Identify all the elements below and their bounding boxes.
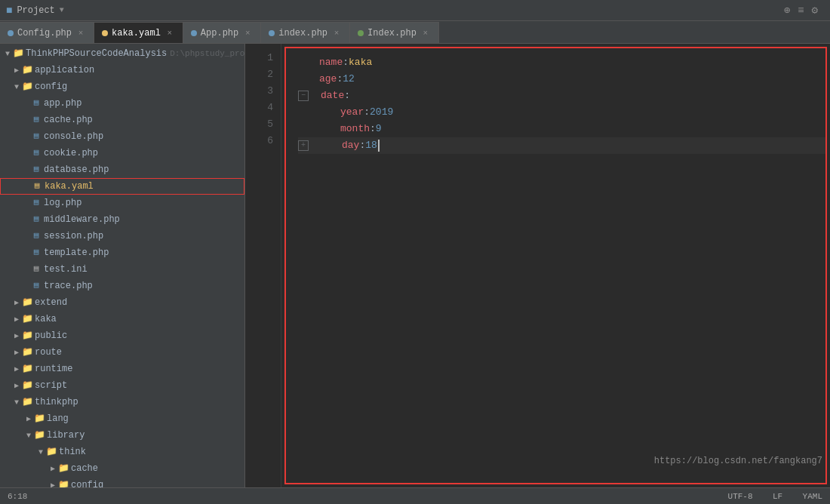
script-folder-icon: 📁 bbox=[21, 380, 33, 392]
status-encoding: UTF-8 bbox=[728, 492, 753, 501]
sidebar-label-middleware-php: middleware.php bbox=[44, 214, 120, 225]
toolbar-icon-2[interactable]: ≡ bbox=[798, 5, 804, 17]
root-folder-icon: 📁 bbox=[12, 48, 24, 60]
sidebar-item-route[interactable]: ▶ 📁 route bbox=[0, 344, 244, 361]
tab-bar: Config.php × kaka.yaml × App.php × index… bbox=[0, 21, 830, 44]
sidebar-item-application[interactable]: ▶ 📁 application bbox=[0, 62, 244, 78]
line-num-6: 6 bbox=[245, 133, 281, 149]
yaml-val-12: 12 bbox=[343, 71, 355, 88]
line-num-3: 3 bbox=[245, 83, 281, 100]
project-icon: ■ bbox=[6, 5, 12, 17]
lang-folder-icon: 📁 bbox=[33, 413, 45, 425]
sidebar-item-database-php[interactable]: ▤ database.php bbox=[0, 161, 244, 178]
line-num-4: 4 bbox=[245, 100, 281, 116]
sidebar-item-public[interactable]: ▶ 📁 public bbox=[0, 327, 244, 344]
sidebar-item-config-sub[interactable]: ▶ 📁 config bbox=[0, 477, 244, 487]
title-bar-dropdown-icon[interactable]: ▼ bbox=[60, 6, 64, 14]
sidebar-item-cookie-php[interactable]: ▤ cookie.php bbox=[0, 145, 244, 161]
status-position: 6:18 bbox=[8, 492, 27, 501]
sidebar-item-template-php[interactable]: ▤ template.php bbox=[0, 244, 244, 261]
watermark: https://blog.csdn.net/fangkang7 bbox=[654, 456, 822, 466]
sidebar-item-session-php[interactable]: ▤ session.php bbox=[0, 228, 244, 244]
sidebar-label-template-php: template.php bbox=[44, 247, 109, 258]
tab-Index-php[interactable]: Index.php × bbox=[350, 22, 439, 43]
toolbar-icon-3[interactable]: ⚙ bbox=[812, 4, 818, 17]
sidebar-item-cache-php[interactable]: ▤ cache.php bbox=[0, 112, 244, 128]
root-arrow-icon: ▼ bbox=[3, 50, 12, 58]
sidebar-item-lang[interactable]: ▶ 📁 lang bbox=[0, 410, 244, 427]
public-arrow-icon: ▶ bbox=[12, 331, 21, 340]
tab-close-kaka-yaml[interactable]: × bbox=[164, 28, 175, 38]
sidebar-item-thinkphp[interactable]: ▼ 📁 thinkphp bbox=[0, 394, 244, 410]
sidebar-item-cache-sub[interactable]: ▶ 📁 cache bbox=[0, 460, 244, 477]
console-php-icon: ▤ bbox=[30, 131, 42, 143]
sidebar-item-kaka-yaml[interactable]: ▤ kaka.yaml bbox=[0, 178, 244, 195]
text-cursor bbox=[378, 140, 380, 152]
template-php-icon: ▤ bbox=[30, 247, 42, 259]
sidebar-label-extend: extend bbox=[35, 297, 67, 308]
cache-php-icon: ▤ bbox=[30, 114, 42, 126]
kaka-yaml-icon: ▤ bbox=[31, 180, 43, 192]
tab-close-app-php[interactable]: × bbox=[242, 28, 253, 38]
sidebar-label-session-php: session.php bbox=[44, 231, 103, 241]
sidebar-label-log-php: log.php bbox=[44, 198, 81, 208]
yaml-key-month: month bbox=[340, 121, 370, 137]
sidebar-item-think[interactable]: ▼ 📁 think bbox=[0, 444, 244, 460]
fold-marker-3[interactable]: − bbox=[298, 91, 309, 101]
yaml-colon-3: : bbox=[344, 88, 350, 104]
main-area: ▼ 📁 ThinkPHPSourceCodeAnalysis D:\phpstu… bbox=[0, 44, 830, 487]
sidebar-item-extend[interactable]: ▶ 📁 extend bbox=[0, 294, 244, 311]
toolbar-icon-1[interactable]: ⊕ bbox=[784, 4, 790, 17]
sidebar-item-test-ini[interactable]: ▤ test.ini bbox=[0, 261, 244, 278]
think-folder-icon: 📁 bbox=[45, 446, 57, 458]
kaka-arrow-icon: ▶ bbox=[12, 315, 21, 324]
sidebar-item-runtime[interactable]: ▶ 📁 runtime bbox=[0, 361, 244, 377]
config-sub-arrow-icon: ▶ bbox=[48, 481, 57, 487]
sidebar-item-library[interactable]: ▼ 📁 library bbox=[0, 427, 244, 444]
code-area[interactable]: name : kaka age : 12 − date : bbox=[284, 47, 827, 484]
database-php-icon: ▤ bbox=[30, 164, 42, 176]
sidebar-item-console-php[interactable]: ▤ console.php bbox=[0, 128, 244, 145]
sidebar-item-log-php[interactable]: ▤ log.php bbox=[0, 195, 244, 211]
yaml-key-name: name bbox=[319, 54, 343, 71]
sidebar-item-script[interactable]: ▶ 📁 script bbox=[0, 377, 244, 394]
tab-close-index-php[interactable]: × bbox=[331, 28, 342, 38]
config-arrow-icon: ▼ bbox=[12, 83, 21, 91]
sidebar-label-public: public bbox=[35, 330, 67, 341]
extend-folder-icon: 📁 bbox=[21, 297, 33, 309]
sidebar-root[interactable]: ▼ 📁 ThinkPHPSourceCodeAnalysis D:\phpstu… bbox=[0, 45, 244, 62]
tab-index-php[interactable]: index.php × bbox=[261, 22, 350, 43]
config-folder-icon: 📁 bbox=[21, 81, 33, 93]
root-label: ThinkPHPSourceCodeAnalysis bbox=[26, 48, 167, 59]
sidebar-item-middleware-php[interactable]: ▤ middleware.php bbox=[0, 211, 244, 228]
tab-app-php[interactable]: App.php × bbox=[183, 22, 261, 43]
tab-close-Index-php[interactable]: × bbox=[420, 28, 431, 38]
sidebar-label-runtime: runtime bbox=[35, 364, 72, 374]
yaml-colon-5: : bbox=[370, 121, 376, 137]
sidebar-item-trace-php[interactable]: ▤ trace.php bbox=[0, 278, 244, 294]
sidebar-label-config-sub: config bbox=[71, 480, 103, 487]
sidebar-item-config[interactable]: ▼ 📁 config bbox=[0, 78, 244, 95]
app-php-icon: ▤ bbox=[30, 97, 42, 109]
log-php-icon: ▤ bbox=[30, 197, 42, 209]
fold-marker-6[interactable]: + bbox=[298, 140, 309, 151]
yaml-colon-2: : bbox=[337, 71, 343, 88]
sidebar-label-lang: lang bbox=[47, 413, 69, 424]
status-right: UTF-8 LF YAML bbox=[728, 492, 822, 501]
thinkphp-arrow-icon: ▼ bbox=[12, 398, 21, 407]
tab-kaka-yaml[interactable]: kaka.yaml × bbox=[94, 22, 183, 43]
title-bar-project: Project bbox=[17, 5, 54, 16]
runtime-folder-icon: 📁 bbox=[21, 363, 33, 375]
tab-config-php[interactable]: Config.php × bbox=[0, 22, 94, 43]
trace-php-icon: ▤ bbox=[30, 280, 42, 292]
line-numbers: 1 2 3 4 5 6 bbox=[245, 44, 281, 487]
sidebar-item-app-php[interactable]: ▤ app.php bbox=[0, 95, 244, 112]
tab-close-config-php[interactable]: × bbox=[75, 28, 86, 38]
tab-label-Index-php: Index.php bbox=[367, 28, 417, 38]
script-arrow-icon: ▶ bbox=[12, 381, 21, 390]
editor[interactable]: 1 2 3 4 5 6 name : kaka age bbox=[245, 44, 830, 487]
sidebar-item-kaka[interactable]: ▶ 📁 kaka bbox=[0, 311, 244, 327]
sidebar-label-library: library bbox=[47, 430, 85, 441]
sidebar-label-trace-php: trace.php bbox=[44, 281, 93, 291]
sidebar-label-kaka: kaka bbox=[35, 314, 57, 324]
